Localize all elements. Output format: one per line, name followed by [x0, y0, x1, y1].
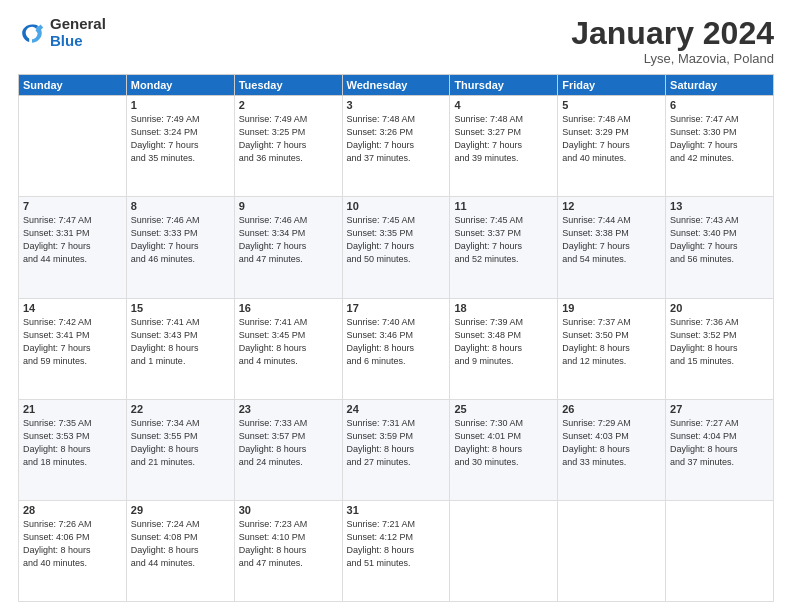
- day-number: 26: [562, 403, 661, 415]
- week-row-4: 21Sunrise: 7:35 AMSunset: 3:53 PMDayligh…: [19, 399, 774, 500]
- page: General Blue January 2024 Lyse, Mazovia,…: [0, 0, 792, 612]
- day-cell: 12Sunrise: 7:44 AMSunset: 3:38 PMDayligh…: [558, 197, 666, 298]
- day-number: 23: [239, 403, 338, 415]
- day-info: Sunrise: 7:44 AMSunset: 3:38 PMDaylight:…: [562, 214, 661, 266]
- location: Lyse, Mazovia, Poland: [571, 51, 774, 66]
- day-number: 17: [347, 302, 446, 314]
- day-cell: 14Sunrise: 7:42 AMSunset: 3:41 PMDayligh…: [19, 298, 127, 399]
- day-cell: 7Sunrise: 7:47 AMSunset: 3:31 PMDaylight…: [19, 197, 127, 298]
- day-number: 21: [23, 403, 122, 415]
- day-cell: 16Sunrise: 7:41 AMSunset: 3:45 PMDayligh…: [234, 298, 342, 399]
- day-number: 1: [131, 99, 230, 111]
- weekday-header-wednesday: Wednesday: [342, 75, 450, 96]
- logo: General Blue: [18, 16, 106, 49]
- day-cell: 15Sunrise: 7:41 AMSunset: 3:43 PMDayligh…: [126, 298, 234, 399]
- weekday-header-thursday: Thursday: [450, 75, 558, 96]
- day-info: Sunrise: 7:30 AMSunset: 4:01 PMDaylight:…: [454, 417, 553, 469]
- calendar: SundayMondayTuesdayWednesdayThursdayFrid…: [18, 74, 774, 602]
- day-cell: 19Sunrise: 7:37 AMSunset: 3:50 PMDayligh…: [558, 298, 666, 399]
- day-number: 18: [454, 302, 553, 314]
- day-number: 15: [131, 302, 230, 314]
- day-cell: 10Sunrise: 7:45 AMSunset: 3:35 PMDayligh…: [342, 197, 450, 298]
- day-number: 11: [454, 200, 553, 212]
- week-row-3: 14Sunrise: 7:42 AMSunset: 3:41 PMDayligh…: [19, 298, 774, 399]
- weekday-header-row: SundayMondayTuesdayWednesdayThursdayFrid…: [19, 75, 774, 96]
- logo-blue: Blue: [50, 33, 106, 50]
- day-cell: 3Sunrise: 7:48 AMSunset: 3:26 PMDaylight…: [342, 96, 450, 197]
- day-info: Sunrise: 7:41 AMSunset: 3:43 PMDaylight:…: [131, 316, 230, 368]
- day-info: Sunrise: 7:37 AMSunset: 3:50 PMDaylight:…: [562, 316, 661, 368]
- logo-general: General: [50, 16, 106, 33]
- day-cell: 31Sunrise: 7:21 AMSunset: 4:12 PMDayligh…: [342, 500, 450, 601]
- logo-text: General Blue: [50, 16, 106, 49]
- day-number: 31: [347, 504, 446, 516]
- day-number: 3: [347, 99, 446, 111]
- day-cell: 2Sunrise: 7:49 AMSunset: 3:25 PMDaylight…: [234, 96, 342, 197]
- day-cell: 11Sunrise: 7:45 AMSunset: 3:37 PMDayligh…: [450, 197, 558, 298]
- day-info: Sunrise: 7:47 AMSunset: 3:30 PMDaylight:…: [670, 113, 769, 165]
- logo-icon: [18, 19, 46, 47]
- day-info: Sunrise: 7:48 AMSunset: 3:29 PMDaylight:…: [562, 113, 661, 165]
- header: General Blue January 2024 Lyse, Mazovia,…: [18, 16, 774, 66]
- day-cell: [450, 500, 558, 601]
- day-cell: [558, 500, 666, 601]
- day-info: Sunrise: 7:48 AMSunset: 3:27 PMDaylight:…: [454, 113, 553, 165]
- day-cell: 17Sunrise: 7:40 AMSunset: 3:46 PMDayligh…: [342, 298, 450, 399]
- weekday-header-sunday: Sunday: [19, 75, 127, 96]
- day-cell: 24Sunrise: 7:31 AMSunset: 3:59 PMDayligh…: [342, 399, 450, 500]
- day-cell: [666, 500, 774, 601]
- day-info: Sunrise: 7:36 AMSunset: 3:52 PMDaylight:…: [670, 316, 769, 368]
- day-number: 2: [239, 99, 338, 111]
- day-number: 20: [670, 302, 769, 314]
- day-cell: 4Sunrise: 7:48 AMSunset: 3:27 PMDaylight…: [450, 96, 558, 197]
- day-cell: 30Sunrise: 7:23 AMSunset: 4:10 PMDayligh…: [234, 500, 342, 601]
- day-cell: 5Sunrise: 7:48 AMSunset: 3:29 PMDaylight…: [558, 96, 666, 197]
- day-info: Sunrise: 7:46 AMSunset: 3:33 PMDaylight:…: [131, 214, 230, 266]
- day-cell: 22Sunrise: 7:34 AMSunset: 3:55 PMDayligh…: [126, 399, 234, 500]
- day-info: Sunrise: 7:27 AMSunset: 4:04 PMDaylight:…: [670, 417, 769, 469]
- day-number: 10: [347, 200, 446, 212]
- day-cell: 18Sunrise: 7:39 AMSunset: 3:48 PMDayligh…: [450, 298, 558, 399]
- day-info: Sunrise: 7:49 AMSunset: 3:24 PMDaylight:…: [131, 113, 230, 165]
- day-info: Sunrise: 7:33 AMSunset: 3:57 PMDaylight:…: [239, 417, 338, 469]
- day-cell: 1Sunrise: 7:49 AMSunset: 3:24 PMDaylight…: [126, 96, 234, 197]
- day-info: Sunrise: 7:46 AMSunset: 3:34 PMDaylight:…: [239, 214, 338, 266]
- day-info: Sunrise: 7:47 AMSunset: 3:31 PMDaylight:…: [23, 214, 122, 266]
- day-cell: 21Sunrise: 7:35 AMSunset: 3:53 PMDayligh…: [19, 399, 127, 500]
- day-number: 19: [562, 302, 661, 314]
- day-number: 22: [131, 403, 230, 415]
- day-cell: 25Sunrise: 7:30 AMSunset: 4:01 PMDayligh…: [450, 399, 558, 500]
- day-info: Sunrise: 7:35 AMSunset: 3:53 PMDaylight:…: [23, 417, 122, 469]
- day-number: 4: [454, 99, 553, 111]
- day-number: 8: [131, 200, 230, 212]
- day-number: 12: [562, 200, 661, 212]
- day-number: 24: [347, 403, 446, 415]
- day-number: 14: [23, 302, 122, 314]
- day-info: Sunrise: 7:42 AMSunset: 3:41 PMDaylight:…: [23, 316, 122, 368]
- day-number: 6: [670, 99, 769, 111]
- weekday-header-tuesday: Tuesday: [234, 75, 342, 96]
- day-cell: 9Sunrise: 7:46 AMSunset: 3:34 PMDaylight…: [234, 197, 342, 298]
- week-row-1: 1Sunrise: 7:49 AMSunset: 3:24 PMDaylight…: [19, 96, 774, 197]
- day-info: Sunrise: 7:34 AMSunset: 3:55 PMDaylight:…: [131, 417, 230, 469]
- day-info: Sunrise: 7:23 AMSunset: 4:10 PMDaylight:…: [239, 518, 338, 570]
- day-cell: 8Sunrise: 7:46 AMSunset: 3:33 PMDaylight…: [126, 197, 234, 298]
- day-number: 28: [23, 504, 122, 516]
- day-cell: 23Sunrise: 7:33 AMSunset: 3:57 PMDayligh…: [234, 399, 342, 500]
- day-info: Sunrise: 7:49 AMSunset: 3:25 PMDaylight:…: [239, 113, 338, 165]
- day-number: 27: [670, 403, 769, 415]
- day-cell: 13Sunrise: 7:43 AMSunset: 3:40 PMDayligh…: [666, 197, 774, 298]
- weekday-header-friday: Friday: [558, 75, 666, 96]
- day-number: 9: [239, 200, 338, 212]
- day-info: Sunrise: 7:45 AMSunset: 3:35 PMDaylight:…: [347, 214, 446, 266]
- day-cell: 27Sunrise: 7:27 AMSunset: 4:04 PMDayligh…: [666, 399, 774, 500]
- day-info: Sunrise: 7:31 AMSunset: 3:59 PMDaylight:…: [347, 417, 446, 469]
- day-cell: 26Sunrise: 7:29 AMSunset: 4:03 PMDayligh…: [558, 399, 666, 500]
- day-cell: 6Sunrise: 7:47 AMSunset: 3:30 PMDaylight…: [666, 96, 774, 197]
- weekday-header-monday: Monday: [126, 75, 234, 96]
- day-number: 13: [670, 200, 769, 212]
- day-number: 30: [239, 504, 338, 516]
- day-info: Sunrise: 7:43 AMSunset: 3:40 PMDaylight:…: [670, 214, 769, 266]
- title-block: January 2024 Lyse, Mazovia, Poland: [571, 16, 774, 66]
- day-info: Sunrise: 7:45 AMSunset: 3:37 PMDaylight:…: [454, 214, 553, 266]
